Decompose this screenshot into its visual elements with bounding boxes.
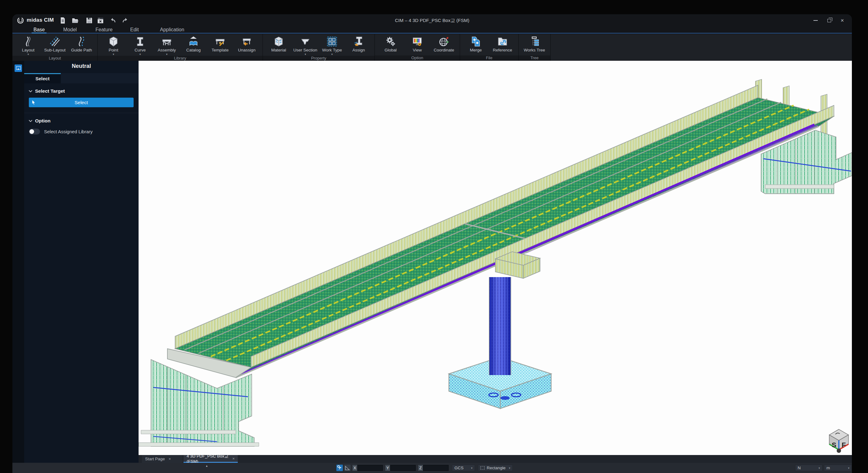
tab-model-document[interactable]: 4 3D PDF_PSC Box교(FSM) × — [184, 455, 238, 463]
menu-tab-base[interactable]: Base — [32, 27, 46, 33]
reference-link-icon — [497, 36, 508, 47]
x-coordinate-label: X — [352, 465, 357, 471]
group-label-library: Library — [98, 56, 262, 61]
merge-docs-icon — [470, 36, 482, 47]
guide-path-button[interactable]: Guide Path — [68, 35, 95, 52]
nav-cube-letter-f: F — [842, 441, 846, 449]
group-label-layout: Layout — [12, 56, 97, 61]
guide-path-icon — [76, 36, 87, 47]
z-coordinate-label: Z — [418, 465, 423, 471]
point-button[interactable]: Point ▾ — [100, 35, 127, 56]
close-icon[interactable]: × — [232, 456, 235, 461]
save-icon[interactable] — [86, 17, 93, 24]
merge-button[interactable]: Merge — [463, 35, 489, 52]
chevron-down-icon: ▾ — [468, 467, 472, 470]
template-button[interactable]: Template — [207, 35, 234, 52]
status-bar: ▲ X Y Z GCS▾ Rectangle▾ N▾ m▾ — [12, 463, 852, 473]
menu-tab-model[interactable]: Model — [61, 27, 79, 33]
restore-button[interactable] — [824, 16, 835, 25]
redo-icon[interactable] — [122, 17, 129, 24]
x-coordinate-input[interactable] — [358, 465, 383, 471]
ribbon-group-layout: Layout ▾ Sub-Layout Guide Path Layout — [12, 34, 98, 61]
midas-logo-icon — [17, 17, 24, 24]
ortho-angle-icon[interactable] — [344, 465, 351, 471]
reference-button[interactable]: Reference — [489, 35, 516, 52]
point-block-icon — [108, 36, 119, 47]
ribbon-group-property: Material User Section ▾ Work Type ▾ Assi… — [263, 34, 375, 61]
curve-ibeam-icon — [134, 36, 146, 47]
global-button[interactable]: Global — [377, 35, 404, 52]
layout-button[interactable]: Layout ▾ — [15, 35, 41, 56]
chevron-down-icon: ▾ — [506, 467, 510, 470]
sub-layout-icon — [49, 36, 60, 47]
catalog-button[interactable]: Catalog — [180, 35, 207, 52]
select-button[interactable]: Select — [29, 98, 134, 107]
panel-title: Neutral — [24, 61, 138, 73]
global-gears-icon — [385, 36, 396, 47]
curve-button[interactable]: Curve ▾ — [127, 35, 153, 56]
menu-tab-edit[interactable]: Edit — [128, 27, 141, 33]
material-cube-icon — [273, 36, 284, 47]
pile-top — [500, 396, 509, 400]
caret-down-icon: ▾ — [166, 53, 168, 56]
group-label-file: File — [460, 56, 518, 61]
chevron-down-icon: ▾ — [845, 467, 849, 470]
left-dock-rail — [12, 61, 24, 463]
coordinate-globe-icon — [438, 36, 450, 47]
bridge-model[interactable]: S F — [138, 61, 852, 455]
view-button[interactable]: View — [404, 35, 431, 52]
viewport-3d[interactable]: S F — [138, 61, 852, 455]
app-name: midas CIM — [27, 17, 54, 23]
caret-down-icon: ▾ — [331, 53, 333, 56]
menu-tab-feature[interactable]: Feature — [94, 27, 114, 33]
undo-icon[interactable] — [109, 17, 117, 24]
menu-tab-application[interactable]: Application — [158, 27, 186, 33]
nav-cube-origin — [837, 448, 841, 453]
close-icon[interactable]: × — [168, 456, 171, 461]
material-button[interactable]: Material — [266, 35, 292, 52]
assign-button[interactable]: Assign — [345, 35, 372, 52]
length-unit-dropdown[interactable]: m▾ — [824, 465, 852, 471]
panel-dock-icon[interactable] — [14, 64, 22, 72]
view-monitor-icon — [412, 36, 423, 47]
group-label-property: Property — [263, 56, 374, 61]
ribbon-group-tree: Works Tree Tree — [519, 34, 551, 61]
group-label-option: Option — [375, 56, 460, 61]
work-type-button[interactable]: Work Type ▾ — [319, 35, 345, 56]
template-wand-icon — [215, 36, 226, 47]
y-coordinate-input[interactable] — [390, 465, 416, 471]
force-unit-dropdown[interactable]: N▾ — [795, 465, 823, 471]
toggle-label: Select Assigned Library — [44, 129, 93, 134]
tab-select[interactable]: Select — [24, 73, 61, 83]
z-coordinate-input[interactable] — [423, 465, 448, 471]
pier-column[interactable] — [489, 277, 511, 375]
select-assigned-library-toggle[interactable] — [29, 129, 40, 134]
window-title: CIM – 4 3D PDF_PSC Box교 (FSM) — [12, 14, 852, 27]
coordinate-button[interactable]: Coordinate — [431, 35, 457, 52]
minimize-button[interactable] — [810, 16, 821, 25]
ribbon-group-option: Global View Coordinate Option — [375, 34, 460, 61]
assembly-bridge-icon — [161, 36, 173, 47]
group-label-tree: Tree — [519, 56, 550, 61]
caret-down-icon: ▾ — [28, 53, 29, 56]
section-select-target[interactable]: Select Target — [24, 83, 138, 94]
export-window-icon[interactable] — [97, 17, 104, 24]
user-section-icon — [300, 36, 311, 47]
tab-start-page[interactable]: Start Page × — [142, 455, 183, 463]
user-section-button[interactable]: User Section ▾ — [292, 35, 319, 56]
works-tree-button[interactable]: Works Tree — [521, 35, 548, 52]
section-option[interactable]: Option — [24, 113, 138, 124]
sub-layout-button[interactable]: Sub-Layout — [41, 35, 68, 52]
layout-wave-icon — [23, 36, 34, 47]
assembly-button[interactable]: Assembly ▾ — [153, 35, 180, 56]
expand-panel-button[interactable]: ▲ — [202, 464, 211, 468]
unassign-button[interactable]: Unassign — [234, 35, 260, 52]
neutral-panel: Neutral Select Select Target Select Opti… — [24, 61, 138, 463]
select-mode-dropdown[interactable]: Rectangle▾ — [478, 465, 513, 471]
open-folder-icon[interactable] — [71, 17, 79, 24]
new-document-icon[interactable] — [59, 17, 66, 24]
ribbon-group-file: Merge Reference File — [460, 34, 519, 61]
close-button[interactable]: × — [837, 16, 847, 25]
gcs-dropdown[interactable]: GCS▾ — [452, 465, 475, 471]
snap-point-icon[interactable] — [336, 465, 343, 471]
